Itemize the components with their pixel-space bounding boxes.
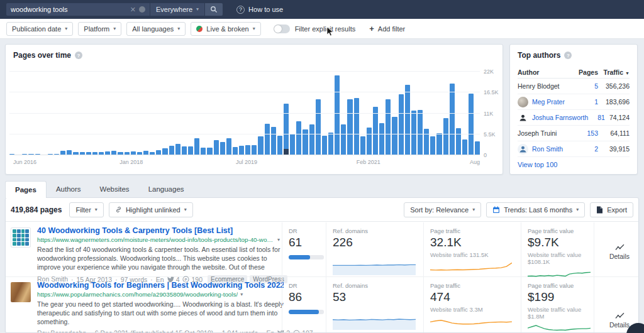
result-author-link[interactable]: Roy Berendsohn: [37, 329, 86, 332]
author-name-link: Henry Blodget: [518, 82, 577, 90]
chart-bar[interactable]: [436, 133, 441, 155]
result-title-link[interactable]: Woodworking Tools for Beginners | Best W…: [37, 281, 284, 290]
author-pages-link[interactable]: 5: [577, 82, 598, 90]
author-name-link[interactable]: Joshua Farnsworth: [518, 112, 588, 123]
tab-websites[interactable]: Websites: [91, 181, 139, 197]
chart-bar[interactable]: [367, 128, 372, 155]
chart-bar[interactable]: [258, 136, 263, 155]
tab-languages[interactable]: Languages: [139, 181, 194, 197]
chart-bar[interactable]: [405, 85, 410, 155]
url-dropdown-caret[interactable]: ▾: [277, 237, 280, 243]
chart-bar[interactable]: [386, 99, 391, 156]
chart-title: Pages over time ?: [13, 51, 82, 60]
chart-bar[interactable]: [316, 99, 321, 156]
chart-bar[interactable]: [360, 136, 365, 155]
chart-bar[interactable]: [469, 94, 474, 156]
clear-search-icon[interactable]: ✕: [130, 6, 136, 14]
search-icon: [210, 6, 218, 13]
chart-bar[interactable]: [182, 146, 187, 155]
trends-button[interactable]: Trends: Last 6 months▾: [486, 202, 585, 217]
result-url-link[interactable]: https://www.popularmechanics.com/home/a2…: [37, 291, 238, 298]
traffic-column-header[interactable]: Traffic▼: [598, 68, 630, 76]
author-column-header: Author: [518, 68, 577, 76]
chart-bar[interactable]: [411, 111, 416, 155]
chart-bar[interactable]: [265, 124, 270, 155]
chart-bar[interactable]: [239, 146, 244, 155]
chart-bar[interactable]: [475, 141, 480, 155]
filter-button[interactable]: Filter▾: [69, 202, 103, 217]
chart-bar[interactable]: [379, 123, 384, 155]
chart-bar[interactable]: [214, 140, 219, 155]
dr-progress-bar: [289, 310, 324, 314]
sort-by-button[interactable]: Sort by: Relevance▾: [404, 202, 481, 217]
plus-icon: +: [369, 24, 374, 33]
tab-pages[interactable]: Pages: [5, 181, 47, 198]
chart-bar[interactable]: [373, 107, 378, 155]
how-to-use-link[interactable]: ? How to use: [236, 6, 283, 14]
live-broken-filter[interactable]: Live & broken▾: [191, 22, 260, 36]
publication-date-label: Publication date: [12, 25, 61, 33]
chart-bar[interactable]: [456, 128, 461, 155]
page-traffic-value-label: Page traffic value: [528, 282, 594, 289]
view-top-100-link[interactable]: View top 100: [518, 161, 557, 168]
pages-chart-bars[interactable]: [9, 67, 480, 155]
author-pages-link[interactable]: 81: [588, 114, 605, 121]
chart-bar[interactable]: [354, 98, 359, 155]
chart-bar[interactable]: [450, 84, 455, 155]
add-filter-button[interactable]: + Add filter: [369, 24, 405, 33]
search-scope-dropdown[interactable]: Everywhere ▾: [150, 3, 204, 16]
chart-bar[interactable]: [290, 134, 295, 156]
chart-bar[interactable]: [277, 136, 282, 155]
chart-bar[interactable]: [328, 133, 333, 155]
author-pages-link[interactable]: 153: [577, 129, 598, 137]
chart-bar[interactable]: [347, 99, 352, 155]
chart-bar[interactable]: [271, 127, 276, 155]
chart-bar[interactable]: [284, 104, 289, 155]
platform-filter[interactable]: Platform▾: [78, 22, 121, 36]
search-button[interactable]: [205, 3, 223, 16]
filter-bar: Publication date▾ Platform▾ All language…: [0, 19, 644, 39]
chart-bar[interactable]: [462, 139, 467, 155]
author-pages-link[interactable]: 1: [577, 98, 598, 106]
highlight-unlinked-button[interactable]: Highlight unlinked▾: [109, 202, 193, 217]
chart-bar[interactable]: [220, 142, 225, 155]
url-dropdown-caret[interactable]: ▾: [240, 292, 243, 297]
chart-bar[interactable]: [296, 121, 301, 155]
export-button[interactable]: Export: [590, 202, 633, 217]
chart-bar[interactable]: [252, 145, 257, 155]
chart-bar[interactable]: [392, 117, 397, 155]
author-pages-link[interactable]: 2: [577, 145, 598, 153]
chart-bar[interactable]: [188, 146, 193, 155]
chart-bar[interactable]: [430, 136, 435, 155]
explicit-results-toggle[interactable]: [274, 25, 290, 33]
author-name-link[interactable]: Ron Smith: [518, 144, 577, 155]
search-hint-icon[interactable]: [139, 6, 145, 13]
tab-authors[interactable]: Authors: [47, 181, 91, 197]
ref-domains-label: Ref. domains: [333, 227, 423, 234]
search-input[interactable]: [11, 6, 127, 13]
chart-bar[interactable]: [245, 145, 250, 155]
language-filter[interactable]: All languages▾: [126, 22, 186, 36]
chart-bar[interactable]: [309, 124, 314, 155]
result-url-link[interactable]: https://www.wagnermeters.com/moisture-me…: [37, 236, 275, 243]
chart-bar[interactable]: [399, 94, 404, 155]
chart-bar[interactable]: [194, 138, 199, 155]
page-traffic-label: Page traffic: [430, 282, 521, 289]
publication-date-filter[interactable]: Publication date▾: [6, 22, 73, 36]
details-button[interactable]: Details: [594, 222, 638, 276]
chart-bar[interactable]: [424, 129, 429, 155]
author-name-link[interactable]: Meg Prater: [518, 97, 577, 107]
info-icon[interactable]: ?: [75, 52, 82, 59]
pages-column-header[interactable]: Pages: [577, 68, 598, 76]
info-icon[interactable]: ?: [564, 52, 572, 59]
chart-bar[interactable]: [335, 75, 340, 155]
chart-bar[interactable]: [226, 138, 231, 155]
chart-bar[interactable]: [443, 118, 448, 155]
chart-bar[interactable]: [418, 110, 423, 156]
result-title-link[interactable]: 40 Woodworking Tools & Carpentry Tools […: [37, 226, 284, 235]
chart-bar[interactable]: [341, 124, 346, 155]
search-bar: ✕ Everywhere ▾: [6, 3, 223, 16]
chart-bar[interactable]: [175, 144, 180, 155]
chart-bar[interactable]: [322, 136, 327, 155]
chart-bar[interactable]: [169, 146, 174, 155]
